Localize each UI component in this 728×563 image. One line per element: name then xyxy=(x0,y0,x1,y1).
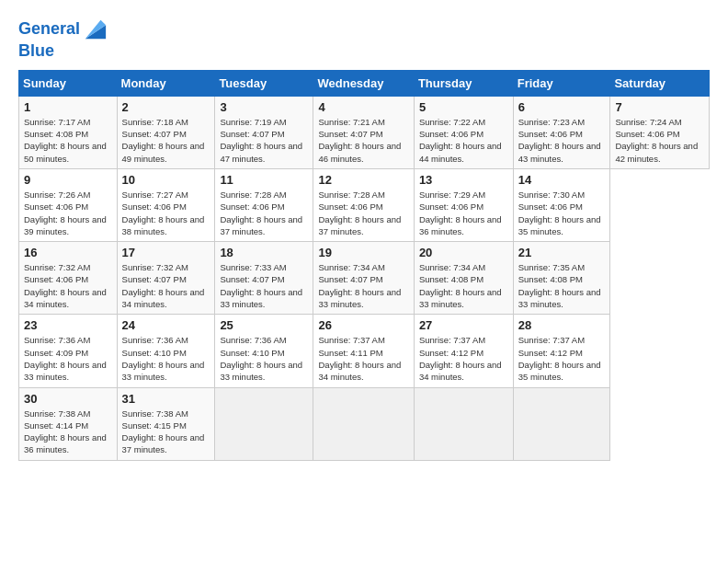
calendar-table: SundayMondayTuesdayWednesdayThursdayFrid… xyxy=(18,70,710,461)
day-number: 25 xyxy=(220,318,308,332)
day-cell: 2Sunrise: 7:18 AMSunset: 4:07 PMDaylight… xyxy=(117,96,215,168)
day-cell: 6Sunrise: 7:23 AMSunset: 4:06 PMDaylight… xyxy=(513,96,610,168)
calendar-header: SundayMondayTuesdayWednesdayThursdayFrid… xyxy=(19,70,710,96)
day-info: Sunrise: 7:37 AMSunset: 4:12 PMDaylight:… xyxy=(518,334,606,383)
logo-line2: Blue xyxy=(18,42,108,61)
day-cell: 12Sunrise: 7:28 AMSunset: 4:06 PMDayligh… xyxy=(313,168,414,241)
day-number: 31 xyxy=(122,392,210,406)
day-cell: 10Sunrise: 7:27 AMSunset: 4:06 PMDayligh… xyxy=(117,168,215,241)
header-day-friday: Friday xyxy=(513,70,610,96)
day-info: Sunrise: 7:19 AMSunset: 4:07 PMDaylight:… xyxy=(220,116,308,165)
day-number: 11 xyxy=(220,173,308,187)
week-row-2: 9Sunrise: 7:26 AMSunset: 4:06 PMDaylight… xyxy=(19,168,710,241)
week-row-4: 23Sunrise: 7:36 AMSunset: 4:09 PMDayligh… xyxy=(19,315,710,387)
week-row-1: 1Sunrise: 7:17 AMSunset: 4:08 PMDaylight… xyxy=(19,96,710,168)
day-cell: 19Sunrise: 7:34 AMSunset: 4:07 PMDayligh… xyxy=(313,242,414,315)
logo-icon xyxy=(82,17,108,42)
day-number: 7 xyxy=(615,100,704,114)
day-info: Sunrise: 7:35 AMSunset: 4:08 PMDaylight:… xyxy=(518,261,606,310)
header: General Blue xyxy=(18,17,710,61)
day-number: 24 xyxy=(122,318,210,332)
day-cell: 17Sunrise: 7:32 AMSunset: 4:07 PMDayligh… xyxy=(117,242,215,315)
day-cell: 20Sunrise: 7:34 AMSunset: 4:08 PMDayligh… xyxy=(414,242,513,315)
day-cell: 31Sunrise: 7:38 AMSunset: 4:15 PMDayligh… xyxy=(117,387,215,460)
header-day-saturday: Saturday xyxy=(610,70,710,96)
day-number: 30 xyxy=(24,392,112,406)
day-info: Sunrise: 7:38 AMSunset: 4:15 PMDaylight:… xyxy=(122,408,210,456)
day-info: Sunrise: 7:36 AMSunset: 4:10 PMDaylight:… xyxy=(122,334,210,383)
day-number: 9 xyxy=(24,173,112,187)
day-cell: 24Sunrise: 7:36 AMSunset: 4:10 PMDayligh… xyxy=(117,315,215,387)
day-number: 23 xyxy=(24,318,112,332)
day-cell: 4Sunrise: 7:21 AMSunset: 4:07 PMDaylight… xyxy=(313,96,414,168)
day-cell: 7Sunrise: 7:24 AMSunset: 4:06 PMDaylight… xyxy=(610,96,710,168)
day-cell xyxy=(215,387,313,460)
day-cell: 27Sunrise: 7:37 AMSunset: 4:12 PMDayligh… xyxy=(414,315,513,387)
day-info: Sunrise: 7:36 AMSunset: 4:09 PMDaylight:… xyxy=(24,334,112,383)
day-info: Sunrise: 7:23 AMSunset: 4:06 PMDaylight:… xyxy=(518,116,606,165)
week-row-5: 30Sunrise: 7:38 AMSunset: 4:14 PMDayligh… xyxy=(19,387,710,460)
day-info: Sunrise: 7:36 AMSunset: 4:10 PMDaylight:… xyxy=(220,334,308,383)
calendar-body: 1Sunrise: 7:17 AMSunset: 4:08 PMDaylight… xyxy=(19,96,710,460)
logo-text: General xyxy=(18,20,80,39)
day-info: Sunrise: 7:29 AMSunset: 4:06 PMDaylight:… xyxy=(419,189,508,237)
day-cell: 16Sunrise: 7:32 AMSunset: 4:06 PMDayligh… xyxy=(19,242,118,315)
logo: General Blue xyxy=(18,17,108,61)
day-cell: 5Sunrise: 7:22 AMSunset: 4:06 PMDaylight… xyxy=(414,96,513,168)
day-cell: 11Sunrise: 7:28 AMSunset: 4:06 PMDayligh… xyxy=(215,168,313,241)
day-number: 2 xyxy=(122,100,210,114)
header-day-monday: Monday xyxy=(117,70,215,96)
day-info: Sunrise: 7:32 AMSunset: 4:06 PMDaylight:… xyxy=(24,261,112,310)
day-info: Sunrise: 7:26 AMSunset: 4:06 PMDaylight:… xyxy=(24,189,112,237)
day-info: Sunrise: 7:17 AMSunset: 4:08 PMDaylight:… xyxy=(24,116,112,165)
day-cell: 3Sunrise: 7:19 AMSunset: 4:07 PMDaylight… xyxy=(215,96,313,168)
day-number: 10 xyxy=(122,173,210,187)
day-info: Sunrise: 7:38 AMSunset: 4:14 PMDaylight:… xyxy=(24,408,112,456)
day-number: 14 xyxy=(518,173,606,187)
day-cell: 13Sunrise: 7:29 AMSunset: 4:06 PMDayligh… xyxy=(414,168,513,241)
header-day-tuesday: Tuesday xyxy=(215,70,313,96)
day-cell: 28Sunrise: 7:37 AMSunset: 4:12 PMDayligh… xyxy=(513,315,610,387)
day-info: Sunrise: 7:37 AMSunset: 4:11 PMDaylight:… xyxy=(318,334,408,383)
day-number: 28 xyxy=(518,318,606,332)
day-cell: 14Sunrise: 7:30 AMSunset: 4:06 PMDayligh… xyxy=(513,168,610,241)
header-day-sunday: Sunday xyxy=(19,70,118,96)
day-info: Sunrise: 7:37 AMSunset: 4:12 PMDaylight:… xyxy=(419,334,508,383)
day-number: 17 xyxy=(122,246,210,259)
day-cell: 25Sunrise: 7:36 AMSunset: 4:10 PMDayligh… xyxy=(215,315,313,387)
day-info: Sunrise: 7:24 AMSunset: 4:06 PMDaylight:… xyxy=(615,116,704,165)
day-cell: 21Sunrise: 7:35 AMSunset: 4:08 PMDayligh… xyxy=(513,242,610,315)
day-number: 19 xyxy=(318,246,408,259)
day-cell: 18Sunrise: 7:33 AMSunset: 4:07 PMDayligh… xyxy=(215,242,313,315)
day-number: 18 xyxy=(220,246,308,259)
day-number: 27 xyxy=(419,318,508,332)
day-number: 6 xyxy=(518,100,606,114)
day-cell xyxy=(414,387,513,460)
day-info: Sunrise: 7:18 AMSunset: 4:07 PMDaylight:… xyxy=(122,116,210,165)
header-day-thursday: Thursday xyxy=(414,70,513,96)
day-number: 1 xyxy=(24,100,112,114)
day-cell: 1Sunrise: 7:17 AMSunset: 4:08 PMDaylight… xyxy=(19,96,118,168)
day-info: Sunrise: 7:34 AMSunset: 4:07 PMDaylight:… xyxy=(318,261,408,310)
day-info: Sunrise: 7:21 AMSunset: 4:07 PMDaylight:… xyxy=(318,116,408,165)
day-cell xyxy=(513,387,610,460)
day-number: 20 xyxy=(419,246,508,259)
day-number: 3 xyxy=(220,100,308,114)
header-row: SundayMondayTuesdayWednesdayThursdayFrid… xyxy=(19,70,710,96)
header-day-wednesday: Wednesday xyxy=(313,70,414,96)
day-info: Sunrise: 7:34 AMSunset: 4:08 PMDaylight:… xyxy=(419,261,508,310)
day-cell: 9Sunrise: 7:26 AMSunset: 4:06 PMDaylight… xyxy=(19,168,118,241)
day-info: Sunrise: 7:28 AMSunset: 4:06 PMDaylight:… xyxy=(318,189,408,237)
day-info: Sunrise: 7:33 AMSunset: 4:07 PMDaylight:… xyxy=(220,261,308,310)
day-number: 16 xyxy=(24,246,112,259)
day-cell: 23Sunrise: 7:36 AMSunset: 4:09 PMDayligh… xyxy=(19,315,118,387)
day-cell xyxy=(313,387,414,460)
week-row-3: 16Sunrise: 7:32 AMSunset: 4:06 PMDayligh… xyxy=(19,242,710,315)
day-number: 12 xyxy=(318,173,408,187)
day-number: 26 xyxy=(318,318,408,332)
day-number: 5 xyxy=(419,100,508,114)
day-cell: 26Sunrise: 7:37 AMSunset: 4:11 PMDayligh… xyxy=(313,315,414,387)
day-info: Sunrise: 7:22 AMSunset: 4:06 PMDaylight:… xyxy=(419,116,508,165)
day-number: 4 xyxy=(318,100,408,114)
day-info: Sunrise: 7:27 AMSunset: 4:06 PMDaylight:… xyxy=(122,189,210,237)
